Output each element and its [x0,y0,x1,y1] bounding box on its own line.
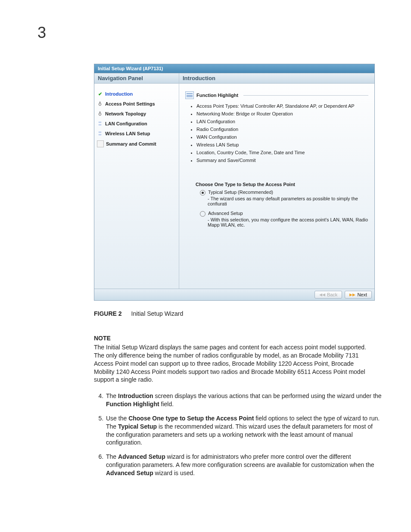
function-highlight-list: Access Point Types: Virtual Controller A… [196,103,368,163]
note-body: The Initial Setup Wizard displays the sa… [94,343,371,384]
next-arrow-icon: ▶▶ [349,292,355,297]
nav-header: Navigation Panel [94,73,179,84]
nav-item-wlan-setup[interactable]: ▫▫▫▫Wireless LAN Setup [97,131,176,137]
ap-icon: ♁ [97,111,103,117]
list-item: Summary and Save/Commit [196,158,368,163]
nav-item-introduction[interactable]: ✔Introduction [97,91,176,97]
lan-icon: ▫▫▫▫ [97,131,103,137]
function-highlight-header: Function Highlight [185,91,368,99]
nav-item-ap-settings[interactable]: ♁Access Point Settings [97,101,176,107]
nav-item-summary[interactable]: Summary and Commit [97,140,176,147]
note-block: NOTE The Initial Setup Wizard displays t… [94,334,371,384]
radio-advanced-desc: - With this selection, you may configure… [208,217,368,227]
lan-icon: ▫▫▫▫ [97,121,103,127]
radio-advanced[interactable]: Advanced Setup [200,211,368,217]
list-item: Location, Country Code, Time Zone, Date … [196,150,368,155]
step-5: Use the Choose One type to Setup the Acc… [105,414,382,447]
list-item: Access Point Types: Virtual Controller A… [196,103,368,109]
back-button: ◀◀Back [314,291,342,299]
nav-item-lan-config[interactable]: ▫▫▫▫LAN Configuration [97,121,176,127]
check-icon: ✔ [97,91,103,97]
radio-typical-desc: - The wizard uses as many default parame… [208,196,368,206]
nav-panel: Navigation Panel ✔Introduction ♁Access P… [94,73,179,289]
list-item: Networking Mode: Bridge or Router Operat… [196,111,368,116]
next-button[interactable]: ▶▶Next [345,291,372,299]
wizard-titlebar: Initial Setup Wizard (AP7131) [94,64,374,73]
list-icon [185,91,194,99]
chapter-number: 3 [37,24,46,42]
step-list: The Introduction screen displays the var… [94,392,382,483]
list-item: LAN Configuration [196,119,368,124]
radio-typical[interactable]: Typical Setup (Recommended) [200,190,368,196]
figure-caption: FIGURE 2Initial Setup Wizard [94,310,183,317]
radio-icon[interactable] [200,211,206,217]
wizard-screenshot: Initial Setup Wizard (AP7131) Navigation… [94,64,375,301]
list-item: WAN Configuration [196,134,368,140]
doc-icon [97,140,104,147]
step-4: The Introduction screen displays the var… [105,392,382,408]
list-item: Wireless LAN Setup [196,142,368,147]
ap-icon: ♁ [97,101,103,107]
main-header: Introduction [179,73,374,84]
radio-icon[interactable] [200,190,206,196]
nav-item-network-topology[interactable]: ♁Network Topology [97,111,176,117]
choose-type-header: Choose One Type to Setup the Access Poin… [196,182,368,187]
back-arrow-icon: ◀◀ [319,292,325,297]
step-6: The Advanced Setup wizard is for adminis… [105,453,382,477]
main-panel: Introduction Function Highlight Access P… [179,73,374,289]
wizard-footer: ◀◀Back ▶▶Next [94,289,374,300]
note-heading: NOTE [94,334,371,342]
list-item: Radio Configuration [196,127,368,132]
